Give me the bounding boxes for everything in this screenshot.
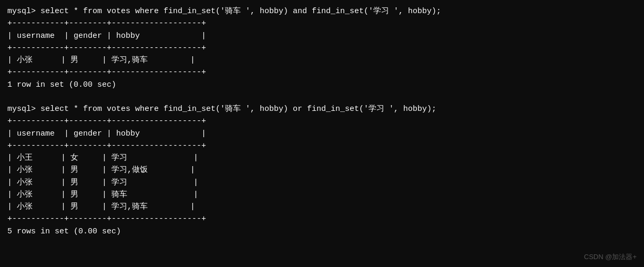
result1-line: 1 row in set (0.00 sec) xyxy=(7,79,637,91)
blank-line xyxy=(7,91,637,103)
table1-border-bot: +-----------+--------+------------------… xyxy=(7,66,637,78)
terminal-window: mysql> select * from votes where find_in… xyxy=(7,5,637,238)
table2-row1: | 小王 | 女 | 学习 | xyxy=(7,152,637,164)
table2-row5: | 小张 | 男 | 学习,骑车 | xyxy=(7,201,637,213)
table2-border-mid: +-----------+--------+------------------… xyxy=(7,140,637,152)
table2-header: | username | gender | hobby | xyxy=(7,128,637,140)
table2-border-bot: +-----------+--------+------------------… xyxy=(7,213,637,225)
table2-row3: | 小张 | 男 | 学习 | xyxy=(7,177,637,189)
table2-border-top: +-----------+--------+------------------… xyxy=(7,115,637,127)
query2-line: mysql> select * from votes where find_in… xyxy=(7,103,637,115)
watermark-text: CSDN @加法器+ xyxy=(584,252,637,262)
table1-border-top: +-----------+--------+------------------… xyxy=(7,17,637,29)
table1-header: | username | gender | hobby | xyxy=(7,30,637,42)
table2-row2: | 小张 | 男 | 学习,做饭 | xyxy=(7,164,637,176)
table1-row1: | 小张 | 男 | 学习,骑车 | xyxy=(7,54,637,66)
query1-line: mysql> select * from votes where find_in… xyxy=(7,5,637,17)
table1-border-mid: +-----------+--------+------------------… xyxy=(7,42,637,54)
table2-row4: | 小张 | 男 | 骑车 | xyxy=(7,189,637,201)
result2-line: 5 rows in set (0.00 sec) xyxy=(7,225,637,238)
